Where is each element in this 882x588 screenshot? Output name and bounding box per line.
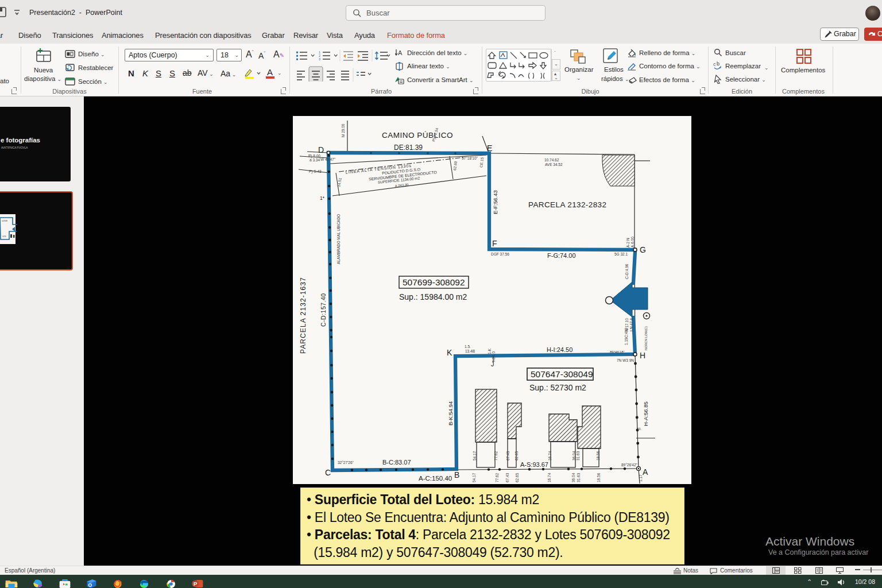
svg-text:DE:81.39: DE:81.39 bbox=[394, 144, 423, 152]
svg-text:P: P bbox=[194, 581, 197, 587]
svg-text:PARCELA 2132-2832: PARCELA 2132-2832 bbox=[528, 200, 606, 209]
svg-text:507699-308092: 507699-308092 bbox=[403, 277, 465, 287]
svg-text:P) S.43: P) S.43 bbox=[309, 169, 322, 174]
svg-text:A.6.00: A.6.00 bbox=[630, 237, 635, 247]
svg-text:33.: 33. bbox=[637, 427, 642, 431]
svg-text:1.17: 1.17 bbox=[639, 474, 643, 482]
svg-text:62.65: 62.65 bbox=[515, 473, 519, 482]
svg-text:M 29.00: M 29.00 bbox=[341, 123, 345, 137]
svg-text:5076: 5076 bbox=[2, 235, 6, 238]
svg-text:507647-308049: 507647-308049 bbox=[531, 369, 593, 379]
svg-text:31.63: 31.63 bbox=[576, 451, 580, 461]
svg-text:H: H bbox=[640, 351, 645, 360]
svg-text:D: D bbox=[318, 145, 324, 154]
svg-text:b: b bbox=[717, 61, 719, 67]
svg-text:67.43: 67.43 bbox=[506, 451, 510, 461]
svg-text:K: K bbox=[447, 348, 452, 357]
svg-text:ALAMBRADO MAL UBICADO: ALAMBRADO MAL UBICADO bbox=[336, 214, 341, 264]
svg-text:W 40'47": W 40'47" bbox=[320, 157, 336, 161]
svg-text:C: C bbox=[325, 468, 331, 477]
svg-text:A-C:150.40: A-C:150.40 bbox=[419, 475, 452, 482]
svg-text:54.17: 54.17 bbox=[473, 451, 477, 461]
svg-text:AVE 34.52: AVE 34.52 bbox=[545, 163, 563, 167]
svg-text:C-D:157.40: C-D:157.40 bbox=[320, 293, 327, 327]
svg-text:1.5.: 1.5. bbox=[465, 345, 471, 349]
svg-text:18.56: 18.56 bbox=[597, 473, 601, 482]
svg-text:A: A bbox=[398, 49, 403, 56]
svg-text:E: E bbox=[487, 144, 492, 153]
svg-text:E-F:56.43: E-F:56.43 bbox=[492, 190, 498, 214]
svg-text:I-J:1.0: I-J:1.0 bbox=[492, 351, 496, 362]
svg-text:B: B bbox=[454, 470, 459, 479]
svg-text:89°26'42": 89°26'42" bbox=[621, 463, 638, 467]
svg-text:77.62: 77.62 bbox=[495, 473, 499, 482]
svg-text:54.17: 54.17 bbox=[472, 473, 476, 482]
svg-text:G: G bbox=[640, 245, 646, 254]
svg-text:1-K: 1-K bbox=[488, 348, 492, 354]
svg-text:89°46'18": 89°46'18" bbox=[610, 350, 625, 354]
svg-text:PARCELA 2132-1637: PARCELA 2132-1637 bbox=[299, 277, 307, 354]
svg-text:A-2 N: A-2 N bbox=[626, 238, 630, 247]
svg-text:77.62: 77.62 bbox=[494, 451, 498, 461]
svg-text:Sup.: 15984.00 m2: Sup.: 15984.00 m2 bbox=[399, 292, 467, 301]
svg-text:10.74.62: 10.74.62 bbox=[544, 158, 559, 162]
svg-text:LN 47.8: LN 47.8 bbox=[629, 318, 633, 331]
svg-text:C-G:4.96: C-G:4.96 bbox=[625, 264, 629, 279]
svg-text:F: F bbox=[492, 239, 497, 248]
svg-text:31.63: 31.63 bbox=[577, 473, 581, 482]
svg-text:67.43: 67.43 bbox=[505, 473, 509, 482]
svg-text:62.65: 62.65 bbox=[514, 451, 519, 461]
svg-text:B-C:83.07: B-C:83.07 bbox=[382, 459, 411, 466]
svg-text:7N W3 9N: 7N W3 9N bbox=[617, 358, 634, 362]
svg-text:18.56: 18.56 bbox=[596, 451, 600, 461]
svg-text:3: 3 bbox=[319, 57, 320, 61]
svg-text:DGF 37.56: DGF 37.56 bbox=[491, 252, 509, 256]
svg-text:A: A bbox=[643, 467, 648, 477]
svg-text:13.4B: 13.4B bbox=[465, 349, 475, 353]
svg-text:36.04: 36.04 bbox=[572, 451, 576, 461]
svg-text:16.74: 16.74 bbox=[548, 451, 552, 461]
svg-text:1*: 1* bbox=[320, 195, 325, 201]
svg-text:a 3.34: a 3.34 bbox=[310, 158, 320, 162]
svg-text:A-S:93.67: A-S:93.67 bbox=[520, 461, 548, 468]
svg-text:16.74: 16.74 bbox=[547, 473, 551, 482]
svg-text:CAMINO PÚBLICO: CAMINO PÚBLICO bbox=[382, 131, 453, 140]
svg-text:32°27'26": 32°27'26" bbox=[338, 461, 354, 465]
svg-text:36.04: 36.04 bbox=[571, 473, 575, 482]
svg-text:1.19C:400: 1.19C:400 bbox=[624, 328, 628, 345]
svg-text:c: c bbox=[713, 61, 716, 67]
svg-text:Sup.: 52730 m2: Sup.: 52730 m2 bbox=[529, 383, 586, 392]
svg-text:H-A:56.85: H-A:56.85 bbox=[643, 401, 649, 426]
svg-text:B-K:54.94: B-K:54.94 bbox=[447, 401, 454, 425]
svg-text:H-I:24.50: H-I:24.50 bbox=[547, 346, 572, 353]
svg-text:F-G:74.00: F-G:74.00 bbox=[547, 252, 576, 259]
svg-text:NORCN LOW(C): NORCN LOW(C) bbox=[644, 326, 648, 350]
svg-text:O: O bbox=[88, 582, 92, 588]
svg-text:5G 32.1: 5G 32.1 bbox=[614, 252, 628, 256]
svg-text:507699: 507699 bbox=[2, 220, 7, 222]
svg-text:97°18'10": 97°18'10" bbox=[462, 156, 478, 160]
